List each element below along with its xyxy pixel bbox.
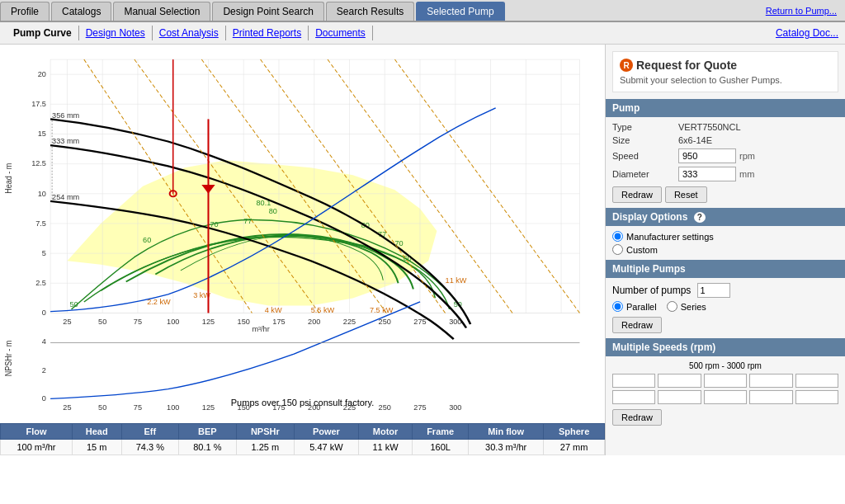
pump-curve-svg: 50 60 70 77 80 80.1 50 60 70 77 80	[0, 45, 605, 410]
multiple-speeds-redraw-button[interactable]: Redraw	[612, 409, 662, 426]
svg-text:250: 250	[379, 318, 391, 326]
cell-eff: 74.3 %	[121, 440, 179, 455]
sub-tab-design-notes[interactable]: Design Notes	[79, 26, 153, 40]
sub-tab-pump-curve[interactable]: Pump Curve	[7, 26, 79, 40]
svg-text:225: 225	[343, 318, 356, 326]
tab-search-results[interactable]: Search Results	[326, 2, 414, 21]
speed-input-6[interactable]	[612, 390, 655, 404]
svg-text:150: 150	[238, 318, 250, 326]
svg-text:60: 60	[143, 236, 151, 243]
return-link[interactable]: Return to Pump...	[758, 2, 845, 19]
display-options-header: Display Options ?	[606, 208, 845, 226]
tab-manual-selection[interactable]: Manual Selection	[113, 2, 210, 21]
svg-text:100: 100	[167, 318, 179, 326]
svg-text:4 kW: 4 kW	[265, 307, 283, 314]
svg-text:7.5: 7.5	[35, 219, 46, 227]
multiple-pumps-redraw-button[interactable]: Redraw	[612, 317, 662, 333]
display-options-help-icon[interactable]: ?	[694, 212, 706, 223]
speed-input-2[interactable]	[658, 374, 701, 388]
svg-text:254 mm: 254 mm	[52, 194, 79, 201]
pump-diameter-unit: mm	[739, 169, 754, 179]
svg-text:300: 300	[449, 318, 461, 326]
svg-text:2.5: 2.5	[35, 280, 46, 287]
speed-input-1[interactable]	[612, 374, 655, 388]
rfq-text: Submit your selection to Gusher Pumps.	[620, 75, 831, 85]
svg-text:275: 275	[413, 318, 426, 326]
multiple-speeds-btn-row: Redraw	[612, 409, 838, 426]
pump-type-row: Type VERT7550NCL	[612, 122, 838, 132]
svg-text:125: 125	[202, 318, 215, 326]
svg-text:0: 0	[42, 309, 46, 317]
sub-tab-cost-analysis[interactable]: Cost Analysis	[153, 26, 226, 40]
num-pumps-input[interactable]	[697, 283, 730, 298]
tab-selected-pump[interactable]: Selected Pump	[416, 2, 504, 21]
table-row: 100 m³/hr 15 m 74.3 % 80.1 % 1.25 m 5.47…	[1, 440, 605, 455]
speed-input-9[interactable]	[749, 390, 792, 404]
multiple-pumps-btn-row: Redraw	[612, 317, 838, 333]
speed-input-10[interactable]	[795, 390, 838, 404]
speed-input-7[interactable]	[658, 390, 701, 404]
svg-text:25: 25	[63, 318, 71, 326]
svg-text:12.5: 12.5	[31, 160, 46, 167]
svg-text:4: 4	[42, 338, 46, 346]
parallel-label: Parallel	[626, 302, 657, 312]
chart-area: VERT7550NCL - 6x6-14E. : Flow rate: 100 …	[0, 45, 606, 455]
series-radio[interactable]	[667, 301, 677, 312]
speed-input-5[interactable]	[795, 374, 838, 388]
svg-text:80: 80	[269, 208, 277, 215]
svg-text:5.5 kW: 5.5 kW	[311, 307, 335, 314]
display-option-manufacturer: Manufacturer settings	[612, 231, 838, 242]
pump-section-header: Pump	[606, 99, 845, 117]
sub-tab-documents[interactable]: Documents	[309, 26, 373, 40]
pump-size-label: Size	[612, 135, 678, 145]
pump-speed-unit: rpm	[739, 151, 755, 161]
svg-text:333 mm: 333 mm	[52, 138, 79, 145]
rfq-title-text: Request for Quote	[636, 59, 737, 72]
pump-speed-input[interactable]	[678, 148, 736, 163]
svg-text:50: 50	[98, 318, 106, 326]
svg-text:20: 20	[38, 70, 46, 78]
cell-motor: 11 kW	[358, 440, 412, 455]
display-custom-radio[interactable]	[612, 244, 623, 255]
pump-size-value: 6x6-14E	[678, 135, 838, 145]
catalog-doc-link[interactable]: Catalog Doc...	[776, 27, 838, 39]
cell-min-flow: 30.3 m³/hr	[469, 440, 544, 455]
svg-text:50: 50	[69, 301, 78, 309]
multiple-speeds-header: Multiple Speeds (rpm)	[606, 338, 845, 356]
speed-input-4[interactable]	[749, 374, 792, 388]
svg-text:356 mm: 356 mm	[52, 111, 79, 119]
svg-text:75: 75	[134, 318, 142, 326]
pump-diameter-input[interactable]	[678, 167, 736, 181]
parallel-radio[interactable]	[612, 301, 623, 312]
pump-redraw-button[interactable]: Redraw	[612, 186, 662, 203]
col-bep: BEP	[179, 424, 237, 440]
speeds-range-label: 500 rpm - 3000 rpm	[612, 361, 838, 370]
tab-design-point-search[interactable]: Design Point Search	[212, 2, 323, 21]
pump-speed-label: Speed	[612, 151, 678, 161]
speed-input-3[interactable]	[704, 374, 747, 388]
pump-type-label: Type	[612, 122, 678, 132]
svg-text:77: 77	[243, 217, 252, 224]
svg-text:17.5: 17.5	[31, 101, 46, 108]
svg-text:7.5 kW: 7.5 kW	[370, 307, 394, 314]
speed-input-8[interactable]	[704, 390, 747, 404]
svg-text:300: 300	[449, 403, 461, 410]
svg-text:75: 75	[134, 403, 142, 410]
pump-size-row: Size 6x6-14E	[612, 135, 838, 145]
pump-diameter-label: Diameter	[612, 169, 678, 179]
tab-profile[interactable]: Profile	[0, 2, 50, 21]
svg-text:Head - m: Head - m	[4, 163, 14, 194]
cell-frame: 160L	[413, 440, 469, 455]
cell-flow: 100 m³/hr	[1, 440, 73, 455]
display-manufacturer-label: Manufacturer settings	[626, 232, 714, 242]
col-motor: Motor	[358, 424, 412, 440]
sub-tab-printed-reports[interactable]: Printed Reports	[226, 26, 309, 40]
display-manufacturer-radio[interactable]	[612, 231, 623, 242]
col-flow: Flow	[1, 424, 73, 440]
pump-reset-button[interactable]: Reset	[665, 186, 707, 203]
col-power: Power	[294, 424, 358, 440]
tab-catalogs[interactable]: Catalogs	[51, 2, 111, 21]
svg-text:175: 175	[272, 318, 285, 326]
col-npshr: NPSHr	[236, 424, 294, 440]
pump-btn-row: Redraw Reset	[612, 186, 838, 203]
